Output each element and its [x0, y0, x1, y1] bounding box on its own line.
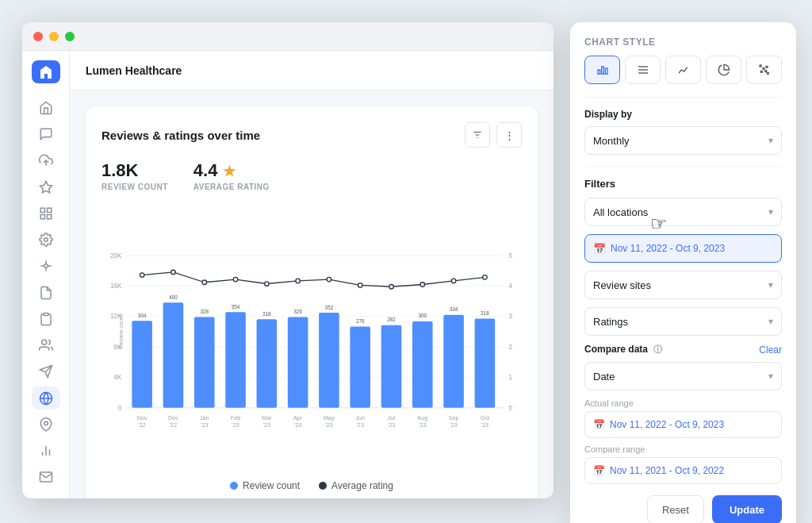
sidebar-item-document[interactable] [32, 281, 60, 304]
svg-rect-115 [767, 72, 768, 74]
sidebar-item-chart[interactable] [32, 440, 60, 463]
sidebar-item-send[interactable] [32, 360, 60, 383]
app-title: Lumen Healthcare [86, 64, 182, 77]
review-sites-select[interactable]: Review sites ▾ [584, 271, 782, 299]
stats-row: 1.8K REVIEW COUNT 4.4 ★ AVERAGE RATING [102, 160, 522, 191]
svg-rect-88 [475, 318, 496, 407]
update-button[interactable]: Update [712, 495, 782, 523]
svg-text:'23: '23 [201, 421, 209, 429]
sidebar-item-users[interactable] [32, 334, 60, 357]
svg-point-98 [327, 277, 331, 281]
display-by-chevron: ▾ [768, 135, 773, 146]
clear-button[interactable]: Clear [759, 344, 782, 356]
date-range-value: Nov 11, 2022 - Oct 9, 2023 [611, 243, 725, 254]
sidebar-item-home[interactable] [32, 96, 60, 119]
pie-style-button[interactable] [706, 56, 741, 84]
compare-data-row: Compare data ⓘ Clear [584, 344, 782, 356]
date-compare-value: Date [593, 371, 615, 383]
chart-svg: 20K 16K 12K 8K 4K 0 Review count [102, 204, 522, 474]
svg-text:352: 352 [325, 305, 334, 310]
svg-text:318: 318 [481, 310, 489, 316]
svg-text:'23: '23 [450, 421, 458, 429]
minimize-dot[interactable] [49, 32, 59, 41]
mac-window: Lumen Healthcare Reviews & ratings over … [22, 22, 553, 498]
display-by-label: Display by [584, 109, 782, 120]
filter-button[interactable] [465, 122, 490, 148]
svg-text:'23: '23 [419, 421, 427, 429]
svg-point-101 [420, 283, 424, 286]
avg-rating-label: AVERAGE RATING [193, 183, 270, 191]
svg-text:'23: '23 [325, 421, 333, 429]
svg-point-99 [358, 283, 362, 287]
svg-rect-106 [605, 68, 607, 74]
svg-rect-2 [40, 208, 44, 212]
svg-text:Sep: Sep [449, 414, 459, 421]
sidebar-item-globe[interactable] [32, 386, 60, 410]
svg-text:May: May [324, 414, 335, 421]
sidebar-item-chat[interactable] [32, 123, 60, 146]
svg-point-102 [451, 279, 455, 283]
svg-text:0: 0 [509, 405, 513, 412]
svg-rect-113 [760, 71, 762, 72]
svg-text:Dec: Dec [168, 414, 178, 421]
review-sites-chevron: ▾ [768, 279, 773, 290]
svg-text:282: 282 [387, 317, 396, 322]
sidebar-item-clipboard[interactable] [32, 307, 60, 330]
compare-cal-icon: 📅 [593, 465, 605, 476]
legend-avg-rating: Average rating [319, 480, 393, 491]
sidebar-item-settings[interactable] [32, 229, 60, 252]
bar-chart-style-button[interactable] [584, 56, 620, 84]
svg-text:'23: '23 [232, 421, 239, 429]
svg-text:354: 354 [232, 304, 240, 310]
legend-dot-review [230, 482, 238, 490]
legend-label-review: Review count [243, 480, 300, 491]
calendar-icon: 📅 [593, 243, 606, 255]
date-compare-select[interactable]: Date ▾ [584, 362, 782, 390]
sidebar-item-integrations[interactable] [32, 255, 60, 278]
svg-text:'23: '23 [263, 421, 271, 429]
maximize-dot[interactable] [65, 32, 75, 41]
topbar: Lumen Healthcare [70, 51, 553, 90]
chart-title: Reviews & ratings over time [102, 129, 260, 142]
close-dot[interactable] [33, 32, 43, 41]
svg-text:Nov: Nov [137, 414, 147, 421]
sidebar-item-star[interactable] [32, 175, 60, 198]
more-options-button[interactable]: ⋮ [496, 122, 522, 148]
display-by-select[interactable]: Monthly ▾ [584, 126, 782, 155]
line-style-button[interactable] [665, 56, 701, 84]
svg-text:'23: '23 [356, 421, 364, 429]
svg-rect-52 [194, 317, 215, 408]
compare-range-value: Nov 11, 2021 - Oct 9, 2022 [610, 465, 724, 476]
svg-text:4: 4 [509, 283, 513, 290]
svg-text:'22: '22 [138, 421, 146, 429]
svg-point-100 [389, 284, 393, 288]
sidebar-item-mail[interactable] [32, 466, 60, 489]
svg-rect-104 [598, 70, 600, 74]
svg-text:334: 334 [450, 306, 458, 312]
sidebar-item-upload[interactable] [32, 149, 60, 172]
reset-button[interactable]: Reset [647, 495, 704, 523]
compare-range-label: Compare range [584, 444, 782, 454]
all-locations-select[interactable]: All locations ▾ [584, 198, 782, 226]
svg-rect-48 [163, 302, 184, 407]
svg-point-103 [483, 275, 487, 279]
avg-rating-value: 4.4 ★ [193, 160, 270, 181]
legend-review-count: Review count [230, 480, 300, 491]
actual-cal-icon: 📅 [593, 419, 605, 430]
svg-text:4K: 4K [114, 374, 123, 381]
date-range-field[interactable]: 📅 Nov 11, 2022 - Oct 9, 2023 [584, 234, 782, 263]
svg-rect-12 [44, 313, 48, 315]
sidebar-item-grid[interactable] [32, 202, 60, 225]
ratings-select[interactable]: Ratings ▾ [584, 307, 782, 336]
svg-text:'23: '23 [294, 421, 302, 429]
svg-text:400: 400 [169, 294, 178, 300]
svg-text:0: 0 [118, 405, 122, 412]
chart-actions: ⋮ [465, 122, 522, 148]
svg-point-18 [44, 421, 48, 425]
sidebar-item-pin[interactable] [32, 413, 60, 436]
table-style-button[interactable] [625, 56, 661, 84]
review-count-label: REVIEW COUNT [102, 183, 168, 191]
svg-text:Apr: Apr [293, 414, 303, 421]
scatter-style-button[interactable] [746, 56, 782, 84]
svg-point-94 [202, 280, 206, 284]
